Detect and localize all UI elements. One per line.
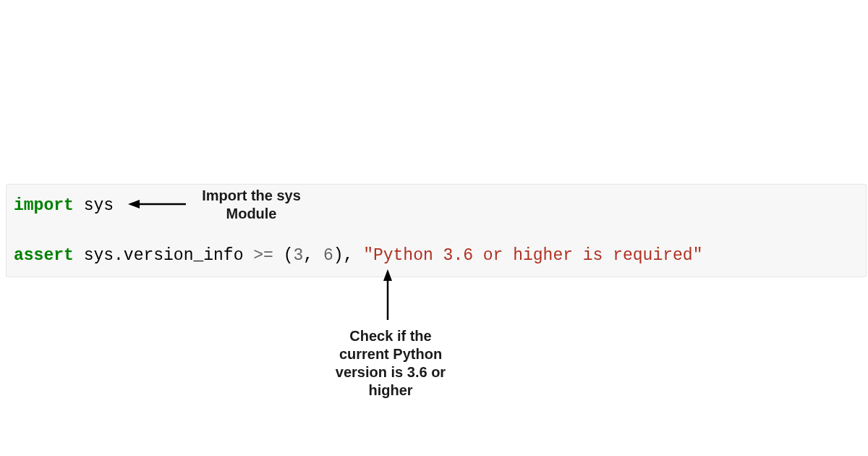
annotation-assert: Check if the current Python version is 3… xyxy=(329,327,452,400)
comma: , xyxy=(303,246,323,265)
annotation-assert-line4: higher xyxy=(329,381,452,400)
annotation-import-line1: Import the sys xyxy=(192,187,311,205)
annotation-import: Import the sys Module xyxy=(192,187,311,223)
number-3: 3 xyxy=(294,246,304,265)
code-line-2: assert sys.version_info >= (3, 6), "Pyth… xyxy=(14,243,859,269)
keyword-assert: assert xyxy=(14,246,74,265)
operator: >= xyxy=(253,246,273,265)
space xyxy=(74,246,84,265)
arrow-left-icon xyxy=(128,197,186,211)
annotation-assert-line3: version is 3.6 or xyxy=(329,363,452,381)
annotation-assert-line2: current Python xyxy=(329,345,452,363)
expression: sys.version_info xyxy=(84,246,254,265)
paren-open: ( xyxy=(273,246,294,265)
string-literal: "Python 3.6 or higher is required" xyxy=(363,246,702,265)
paren-close: ), xyxy=(333,246,363,265)
number-6: 6 xyxy=(323,246,333,265)
arrow-up-icon xyxy=(380,269,395,320)
space xyxy=(74,196,84,215)
svg-marker-3 xyxy=(383,269,392,281)
module-name: sys xyxy=(84,196,114,215)
annotation-assert-line1: Check if the xyxy=(329,327,452,345)
annotation-import-line2: Module xyxy=(192,205,311,223)
blank-line xyxy=(14,219,859,243)
keyword-import: import xyxy=(14,196,74,215)
svg-marker-1 xyxy=(128,200,140,208)
